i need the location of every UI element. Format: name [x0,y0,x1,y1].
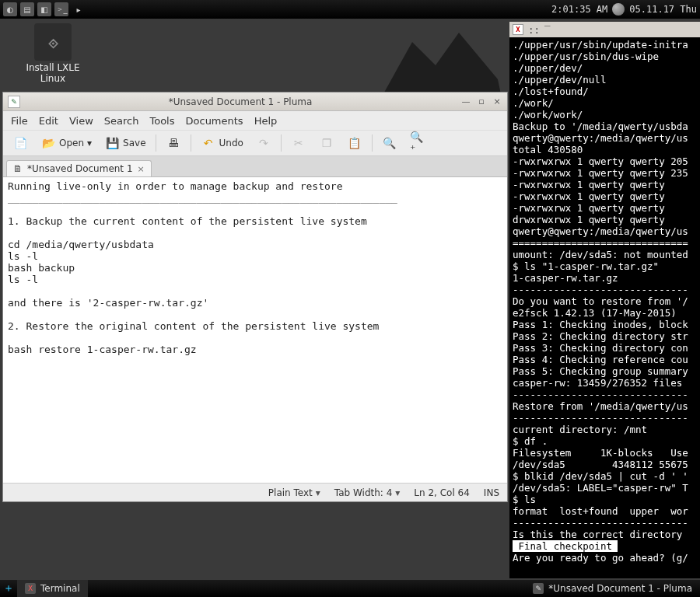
redo-button[interactable]: ↷ [253,134,275,152]
cut-icon: ✂ [291,135,306,151]
launcher-arrow-icon[interactable]: ▸ [72,2,86,16]
editor-content: Running live-only in order to manage bac… [8,180,397,355]
pluma-window: ✎ *Unsaved Document 1 - Pluma — ▫ × File… [2,92,508,502]
redo-icon: ↷ [256,135,271,151]
menu-help[interactable]: Help [254,115,278,127]
task1-label: Terminal [40,583,80,594]
terminal-title-dots: :: [528,24,540,36]
terminal-body[interactable]: ./upper/usr/sbin/update-initra ./upper/u… [509,37,700,565]
open-dropdown-icon[interactable]: ▾ [87,138,92,148]
tab-unsaved-document[interactable]: 🗎 *Unsaved Document 1 × [6,160,152,176]
status-syntax[interactable]: Plain Text [268,487,320,498]
launcher-desktop-icon[interactable]: ◧ [37,2,51,16]
panel-launchers: ◐ ▤ ◧ ＞_ ▸ [3,2,86,16]
terminal-output-after: Are you ready to go ahead? (g/ [513,552,688,564]
install-lxle-icon[interactable]: ⟐ Install LXLE Linux [14,23,92,84]
top-panel: ◐ ▤ ◧ ＞_ ▸ 2:01:35 AM 05.11.17 Thu [0,0,700,19]
launcher-menu-icon[interactable]: ◐ [3,2,17,16]
new-button[interactable]: 📄 [9,134,31,152]
install-glyph-icon: ⟐ [34,23,72,61]
save-label: Save [123,138,145,148]
cut-button[interactable]: ✂ [288,134,310,152]
search-icon: 🔍 [382,135,397,151]
menu-search[interactable]: Search [104,115,139,127]
pluma-menubar: File Edit View Search Tools Documents He… [3,111,507,130]
panel-clock[interactable]: 2:01:35 AM 05.11.17 Thu [551,3,697,16]
terminal-title-dash: ‾ [544,24,551,36]
status-tabwidth[interactable]: Tab Width: 4 [334,487,401,498]
pluma-app-icon: ✎ [8,96,20,108]
pluma-tabs: 🗎 *Unsaved Document 1 × [3,156,507,176]
menu-tools[interactable]: Tools [149,115,174,127]
launcher-terminal-icon[interactable]: ＞_ [54,2,68,16]
tab-doc-icon: 🗎 [13,163,23,174]
globe-icon [612,3,625,16]
task2-label: *Unsaved Document 1 - Pluma [548,583,692,594]
toolbar-sep-4 [372,134,373,152]
editor-area[interactable]: Running live-only in order to manage bac… [3,176,507,483]
copy-icon: ❐ [319,135,334,151]
open-label: Open [59,138,84,148]
install-label-2: Linux [14,73,92,84]
menu-view[interactable]: View [69,115,93,127]
pluma-statusbar: Plain Text Tab Width: 4 Ln 2, Col 64 INS [3,483,507,501]
minimize-button[interactable]: — [460,96,471,107]
terminal-titlebar[interactable]: X :: ‾ [509,22,700,37]
pluma-toolbar: 📄 📂Open ▾ 💾Save 🖶 ↶Undo ↷ ✂ ❐ 📋 🔍 🔍⁺ [3,130,507,156]
pluma-task-icon: ✎ [533,583,544,594]
undo-label: Undo [219,138,243,148]
toolbar-sep-1 [156,134,156,152]
toolbar-sep-3 [281,134,282,152]
print-icon: 🖶 [166,135,181,151]
taskbar-pluma[interactable]: ✎ *Unsaved Document 1 - Pluma [525,580,700,597]
panel-time: 2:01:35 AM [551,4,607,15]
pluma-titlebar[interactable]: ✎ *Unsaved Document 1 - Pluma — ▫ × [3,93,507,111]
panel-date: 05.11.17 Thu [629,4,697,15]
new-doc-icon: 📄 [12,135,28,151]
maximize-button[interactable]: ▫ [476,96,487,107]
pluma-title: *Unsaved Document 1 - Pluma [25,96,456,107]
undo-button[interactable]: ↶Undo [198,134,247,152]
terminal-output: ./upper/usr/sbin/update-initra ./upper/u… [513,39,688,540]
taskbar-terminal[interactable]: X Terminal [17,580,88,597]
status-ins: INS [484,487,499,498]
find-replace-button[interactable]: 🔍⁺ [407,134,429,152]
paste-button[interactable]: 📋 [344,134,366,152]
paste-icon: 📋 [347,135,362,151]
menu-edit[interactable]: Edit [39,115,58,127]
folder-open-icon: 📂 [40,135,56,151]
tab-close-icon[interactable]: × [138,164,145,174]
find-button[interactable]: 🔍 [379,134,401,152]
undo-icon: ↶ [201,135,216,151]
bottom-panel: ＋ X Terminal ✎ *Unsaved Document 1 - Plu… [0,580,700,597]
install-label-1: Install LXLE [14,62,92,73]
toolbar-sep-2 [191,134,191,152]
tab-label: *Unsaved Document 1 [27,163,133,174]
launcher-files-icon[interactable]: ▤ [20,2,34,16]
terminal-highlight: Final checkpoint [513,540,618,552]
menu-file[interactable]: File [11,115,28,127]
close-button[interactable]: × [492,96,502,107]
terminal-task-icon: X [25,583,36,594]
print-button[interactable]: 🖶 [163,134,184,152]
status-position: Ln 2, Col 64 [414,487,470,498]
show-desktop-button[interactable]: ＋ [0,581,17,595]
save-icon: 💾 [104,135,120,151]
terminal-app-icon: X [513,24,523,35]
copy-button[interactable]: ❐ [316,134,338,152]
open-button[interactable]: 📂Open ▾ [37,134,95,152]
save-button[interactable]: 💾Save [101,134,149,152]
menu-documents[interactable]: Documents [186,115,243,127]
terminal-window: X :: ‾ ./upper/usr/sbin/update-initra ./… [509,22,700,578]
search-replace-icon: 🔍⁺ [410,135,425,151]
